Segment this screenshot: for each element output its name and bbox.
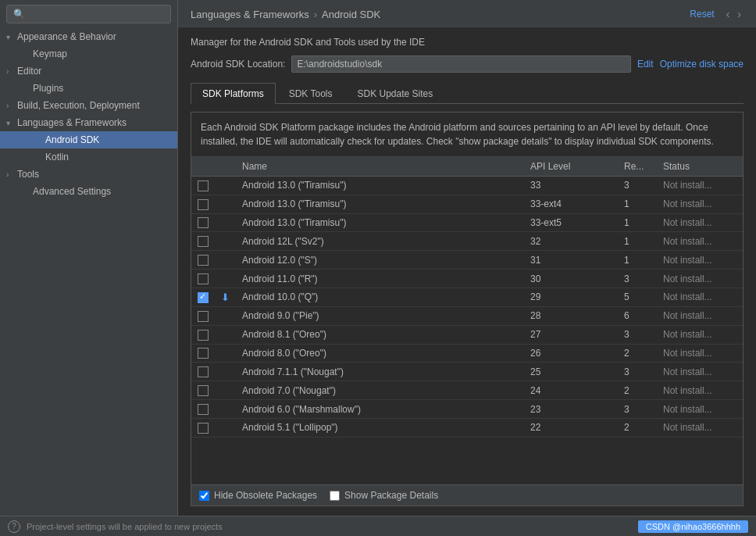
sidebar-item-build[interactable]: ›Build, Execution, Deployment (0, 97, 177, 114)
row-checkbox[interactable] (198, 330, 209, 341)
row-api: 33-ext5 (524, 213, 618, 232)
table-row: Android 12.0 ("S")311Not install... (191, 251, 743, 270)
row-status: Not install... (657, 363, 743, 381)
sidebar-item-kotlin[interactable]: Kotlin (0, 148, 177, 166)
row-api: 33 (524, 177, 618, 195)
sidebar-item-advanced[interactable]: Advanced Settings (0, 183, 177, 200)
sidebar-item-label: Languages & Frameworks (17, 117, 127, 128)
show-package-label: Show Package Details (344, 490, 438, 501)
row-rev: 1 (618, 232, 657, 251)
edit-link[interactable]: Edit (637, 59, 654, 70)
table-footer: Hide Obsolete Packages Show Package Deta… (191, 484, 743, 506)
row-checkbox[interactable] (198, 385, 209, 396)
sidebar-item-label: Keymap (33, 48, 67, 59)
nav-back-button[interactable]: ‹ (724, 8, 733, 20)
row-api: 22 (524, 418, 618, 437)
row-checkbox[interactable] (198, 180, 209, 191)
tab-tools[interactable]: SDK Tools (277, 83, 344, 104)
chevron-icon: › (6, 102, 14, 110)
row-rev: 5 (618, 288, 657, 306)
col-check (191, 157, 215, 177)
table-row: Android 11.0 ("R")303Not install... (191, 270, 743, 288)
row-name: Android 5.1 ("Lollipop") (236, 418, 524, 437)
sidebar-item-tools[interactable]: ›Tools (0, 166, 177, 183)
row-checkbox[interactable] (198, 255, 209, 266)
sdk-location-input[interactable] (291, 55, 631, 73)
row-name: Android 13.0 ("Tiramisu") (236, 177, 524, 195)
sdk-table: Name API Level Re... Status Android 13.0… (191, 157, 743, 438)
row-checkbox[interactable] (198, 217, 209, 228)
row-name: Android 9.0 ("Pie") (236, 306, 524, 325)
search-icon: 🔍 (13, 9, 25, 20)
row-checkbox[interactable] (198, 423, 209, 434)
table-row: Android 8.1 ("Oreo")273Not install... (191, 325, 743, 344)
sidebar: 🔍 ▾Appearance & BehaviorKeymap›EditorPlu… (0, 0, 178, 516)
row-checkbox[interactable] (198, 404, 209, 415)
row-status: Not install... (657, 400, 743, 419)
sdk-location-label: Android SDK Location: (191, 59, 285, 70)
csdn-badge: CSDN @nihao3666hhhh (638, 520, 748, 533)
row-checkbox[interactable] (198, 348, 209, 359)
row-checkbox[interactable] (198, 311, 209, 322)
row-checkbox[interactable] (198, 366, 209, 377)
sidebar-item-languages[interactable]: ▾Languages & Frameworks (0, 114, 177, 131)
show-package-checkbox[interactable] (330, 491, 340, 501)
help-icon[interactable]: ? (8, 520, 20, 533)
breadcrumb-parent: Languages & Frameworks (191, 9, 309, 20)
sdk-location-row: Android SDK Location: Edit Optimize disk… (191, 55, 744, 73)
table-row: Android 13.0 ("Tiramisu")333Not install.… (191, 177, 743, 195)
row-name: Android 13.0 ("Tiramisu") (236, 195, 524, 213)
row-api: 26 (524, 344, 618, 363)
row-rev: 1 (618, 213, 657, 232)
table-row: Android 6.0 ("Marshmallow")233Not instal… (191, 400, 743, 419)
content-area: Languages & Frameworks › Android SDK Res… (178, 0, 756, 516)
row-status: Not install... (657, 270, 743, 288)
row-status: Not install... (657, 325, 743, 344)
row-status: Not install... (657, 418, 743, 437)
sidebar-item-keymap[interactable]: Keymap (0, 45, 177, 63)
sidebar-item-plugins[interactable]: Plugins (0, 80, 177, 97)
nav-forward-button[interactable]: › (735, 8, 744, 20)
search-input[interactable] (30, 9, 164, 20)
hide-obsolete-checkbox[interactable] (199, 491, 209, 501)
row-checkbox[interactable] (198, 236, 209, 247)
col-api: API Level (524, 157, 618, 177)
row-rev: 3 (618, 270, 657, 288)
content-body: Manager for the Android SDK and Tools us… (178, 27, 756, 516)
row-api: 24 (524, 381, 618, 400)
optimize-link[interactable]: Optimize disk space (660, 59, 744, 70)
col-icon (215, 157, 236, 177)
row-rev: 3 (618, 363, 657, 381)
table-row: Android 7.1.1 ("Nougat")253Not install..… (191, 363, 743, 381)
table-row: Android 13.0 ("Tiramisu")33-ext41Not ins… (191, 195, 743, 213)
row-checkbox[interactable] (198, 273, 209, 284)
table-row: Android 5.1 ("Lollipop")222Not install..… (191, 418, 743, 437)
row-rev: 3 (618, 325, 657, 344)
row-name: Android 13.0 ("Tiramisu") (236, 213, 524, 232)
row-name: Android 8.0 ("Oreo") (236, 344, 524, 363)
chevron-icon: ▾ (6, 33, 14, 41)
row-name: Android 7.1.1 ("Nougat") (236, 363, 524, 381)
row-name: Android 6.0 ("Marshmallow") (236, 400, 524, 419)
search-box[interactable]: 🔍 (6, 5, 171, 23)
sidebar-item-appearance[interactable]: ▾Appearance & Behavior (0, 28, 177, 45)
sidebar-item-editor[interactable]: ›Editor (0, 63, 177, 80)
breadcrumb-separator: › (314, 9, 317, 20)
row-api: 27 (524, 325, 618, 344)
row-status: Not install... (657, 381, 743, 400)
row-checkbox[interactable] (198, 199, 209, 210)
col-rev: Re... (618, 157, 657, 177)
chevron-icon: › (6, 67, 14, 76)
tab-platforms[interactable]: SDK Platforms (191, 83, 276, 104)
reset-button[interactable]: Reset (690, 9, 714, 20)
table-row: Android 12L ("Sv2")321Not install... (191, 232, 743, 251)
content-header: Languages & Frameworks › Android SDK Res… (178, 0, 756, 27)
breadcrumb: Languages & Frameworks › Android SDK (191, 9, 380, 20)
tab-update-sites[interactable]: SDK Update Sites (346, 83, 445, 104)
description-text: Manager for the Android SDK and Tools us… (191, 37, 744, 48)
row-status: Not install... (657, 195, 743, 213)
row-checkbox[interactable] (198, 292, 209, 303)
table-scroll[interactable]: Each Android SDK Platform package includ… (191, 113, 743, 484)
sidebar-item-android-sdk[interactable]: Android SDK (0, 131, 177, 148)
row-rev: 3 (618, 177, 657, 195)
